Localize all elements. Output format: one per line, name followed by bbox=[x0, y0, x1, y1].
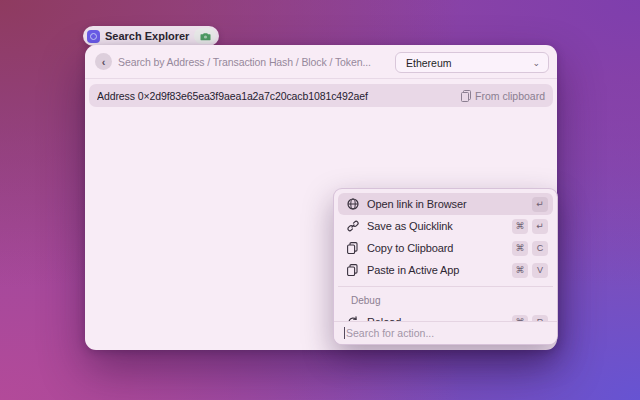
menu-item-label: Copy to Clipboard bbox=[367, 242, 504, 254]
network-dropdown-value: Ethereum bbox=[406, 57, 532, 69]
camera-icon bbox=[194, 28, 216, 44]
menu-item-copy-to-clipboard[interactable]: Copy to Clipboard ⌘ C bbox=[338, 237, 553, 259]
key-cmd: ⌘ bbox=[512, 263, 528, 278]
result-accessory-label: From clipboard bbox=[475, 90, 545, 102]
menu-item-open-link-in-browser[interactable]: Open link in Browser ↵ bbox=[338, 193, 553, 215]
menu-item-label: Open link in Browser bbox=[367, 198, 524, 210]
key-return: ↵ bbox=[532, 197, 548, 212]
menu-section-debug: Debug bbox=[338, 287, 553, 311]
menu-item-label: Paste in Active App bbox=[367, 264, 504, 276]
network-dropdown[interactable]: Ethereum ⌄ bbox=[395, 52, 549, 73]
app-pill[interactable]: Search Explorer bbox=[83, 26, 219, 46]
menu-item-paste-in-active-app[interactable]: Paste in Active App ⌘ V bbox=[338, 259, 553, 281]
key-c: C bbox=[532, 241, 548, 256]
back-button[interactable]: ‹ bbox=[95, 53, 112, 70]
window-header: ‹ Search by Address / Transaction Hash /… bbox=[85, 45, 557, 79]
result-row-address[interactable]: Address 0×2d9f83e65ea3f9aea1a2a7c20cacb1… bbox=[89, 84, 553, 107]
chevron-down-icon: ⌄ bbox=[532, 58, 540, 68]
clipboard-icon bbox=[346, 242, 359, 254]
app-pill-label: Search Explorer bbox=[105, 30, 189, 42]
key-v: V bbox=[532, 263, 548, 278]
result-accessory: From clipboard bbox=[461, 90, 545, 102]
key-return: ↵ bbox=[532, 219, 548, 234]
clipboard-icon bbox=[461, 90, 471, 102]
link-icon bbox=[346, 220, 359, 232]
menu-item-label: Save as Quicklink bbox=[367, 220, 504, 232]
text-caret bbox=[344, 327, 345, 339]
action-search-bar[interactable]: Search for action... bbox=[334, 321, 557, 344]
action-menu-items: Open link in Browser ↵ Save as Quicklink… bbox=[334, 189, 557, 333]
globe-icon bbox=[346, 198, 359, 210]
extension-icon bbox=[87, 30, 100, 43]
key-cmd: ⌘ bbox=[512, 241, 528, 256]
search-input[interactable]: Search by Address / Transaction Hash / B… bbox=[118, 45, 371, 79]
key-cmd: ⌘ bbox=[512, 219, 528, 234]
action-search-placeholder: Search for action... bbox=[346, 327, 434, 339]
action-menu: Open link in Browser ↵ Save as Quicklink… bbox=[333, 188, 558, 345]
result-label: Address 0×2d9f83e65ea3f9aea1a2a7c20cacb1… bbox=[97, 90, 461, 102]
menu-item-save-as-quicklink[interactable]: Save as Quicklink ⌘ ↵ bbox=[338, 215, 553, 237]
clipboard-icon bbox=[346, 264, 359, 276]
